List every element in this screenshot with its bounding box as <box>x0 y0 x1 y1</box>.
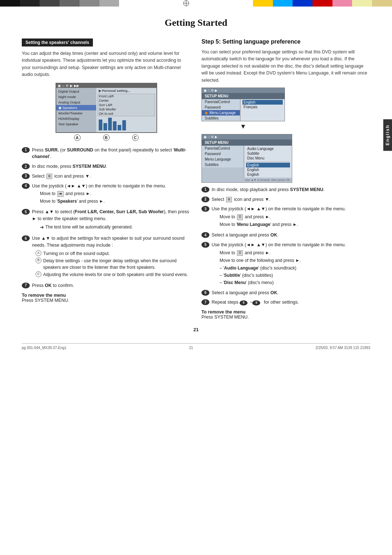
abc-labels: A B C <box>56 133 157 142</box>
right-step-1: 1 In disc mode, stop playback and press … <box>201 186 370 193</box>
page-number-center: 21 <box>22 327 370 332</box>
lang-menu-password: Password <box>202 105 240 110</box>
right-steps-list: 1 In disc mode, stop playback and press … <box>201 186 370 306</box>
right-column: Step 5: Setting language preference You … <box>201 39 370 320</box>
right-step-num-1: 1 <box>201 187 209 193</box>
icon-k: ⏮ <box>57 191 64 197</box>
left-to-remove-heading: To remove the menu <box>22 293 66 298</box>
spk-menu-test: Test Speaker <box>56 121 96 127</box>
lang-sub-francais: Français <box>242 105 283 109</box>
spk-level-bars <box>98 117 155 131</box>
right-step-3-indent1: Move to ☰ and press ►. <box>220 214 370 220</box>
bottom-center-text: 21 <box>189 346 193 350</box>
right-to-remove: To remove the menu Press SYSTEM MENU. <box>201 309 370 320</box>
label-a: A <box>74 134 81 141</box>
lang-menu-subtitles: Subtitles <box>202 116 240 121</box>
left-step-2: 2 In disc mode, press SYSTEM MENU. <box>22 163 191 170</box>
icon-setup: ⚙ <box>46 174 52 179</box>
left-step-4: 4 Use the joystick (◄► ▲▼) on the remote… <box>22 183 191 206</box>
left-step-5-note: ➜ The test tone will be automatically ge… <box>40 224 191 231</box>
right-step-7: 7 Repeat steps 5~6 for other settings. <box>201 299 370 306</box>
icon-setup-r: ⚙ <box>226 197 232 203</box>
right-step-heading: Step 5: Setting language preference <box>201 39 370 45</box>
lang-bot-subtitle-label: Subtitle <box>246 151 290 156</box>
spk-sub-ok: OK to exit <box>98 112 155 116</box>
arrow-down: ▼ <box>201 123 285 130</box>
left-step-num-2: 2 <box>22 163 30 169</box>
spk-screen-header: ▣□⚙▶▶▶ <box>56 84 156 88</box>
top-color-bar <box>0 0 392 7</box>
right-step-ref-5: 5 <box>240 300 248 305</box>
lang-val-discmenu: English <box>246 172 290 177</box>
icon-setup-r2: ☰ <box>237 214 243 220</box>
left-step-7: 7 Press OK to confirm. <box>22 282 191 289</box>
spk-menu-digital: Digital Output <box>56 89 96 94</box>
spk-sub-subwoofer: Sub Woofer <box>98 107 155 112</box>
lang-bot-discmenu-label: Disc Menu <box>246 156 290 161</box>
left-step-5: 5 Press ▲▼ to select (Front L&R, Center,… <box>22 208 191 232</box>
sub-step-c: CAdjusting the volume levels for one or … <box>36 271 191 278</box>
lang-val-audio: English <box>246 163 290 167</box>
left-section-heading: Setting the speakers' channels <box>22 39 93 46</box>
left-steps-list: 1 Press SURR. (or SURROUND on the front … <box>22 147 191 289</box>
page-title: Getting Started <box>22 17 370 28</box>
left-column: Setting the speakers' channels You can a… <box>22 39 191 320</box>
bottom-left-text: pg 001-044_MX39-37-Eng1 <box>22 346 66 350</box>
lang-menu-language: ◉Menu Language <box>202 110 240 116</box>
right-step-5-indent2: Move to one of the following and press ►… <box>220 257 370 264</box>
right-body-text: You can select your preferred language s… <box>201 49 370 84</box>
lang-screen-footer: Use ▲▼ to browse, then press OK <box>202 178 292 182</box>
spk-menu-hdmi: HDMI/Display <box>56 116 96 121</box>
left-step-num-1: 1 <box>22 147 30 153</box>
lang-menu2-password: Password <box>202 151 244 157</box>
english-tab: English <box>383 119 392 151</box>
spk-menu-woofer: Woofer/Tweeter <box>56 110 96 116</box>
right-step-3: 3 Use the joystick (◄► ▲▼) on the remote… <box>201 206 370 229</box>
left-step-num-4: 4 <box>22 183 30 189</box>
spk-sub-center: Center <box>98 98 155 103</box>
speaker-screen: ▣□⚙▶▶▶ Digital Output Night mode Analog … <box>56 83 157 142</box>
lang-menu2-subtitles: Subtitles <box>202 162 244 167</box>
left-step-4-indent1: Move to ⏮ and press ►. <box>40 190 191 197</box>
left-to-remove: To remove the menu Press SYSTEM MENU. <box>22 293 191 303</box>
right-step-num-3: 3 <box>201 206 209 212</box>
spk-menu-night: Night mode <box>56 94 96 100</box>
left-body-text: You can adjust the delay times (center a… <box>22 50 191 78</box>
bottom-bar: pg 001-044_MX39-37-Eng1 21 2/25/03, 9:57… <box>22 343 370 350</box>
right-step-6: 6 Select a language and press OK. <box>201 289 370 296</box>
right-to-remove-text: Press SYSTEM MENU. <box>201 315 249 320</box>
left-step-num-3: 3 <box>22 173 30 179</box>
right-to-remove-heading: To remove the menu <box>201 309 245 315</box>
left-step-3: 3 Select ⚙ icon and press ▼. <box>22 173 191 180</box>
spk-sub-surrlr: Surr L&R <box>98 103 155 107</box>
spk-menu-speakers: ◉ Speakers <box>56 105 96 110</box>
bottom-right-text: 2/25/03, 9:57 AM 3139 115 21993 <box>315 346 370 350</box>
right-step-5-indent1: Move to ☰ and press ►. <box>220 250 370 256</box>
left-step-4-indent2: Move to 'Speakers' and press ►. <box>40 198 191 204</box>
lang-screen: ▣□⚙▶ SETUP MENU ParentalControl Password… <box>201 88 285 183</box>
sub-step-b: BDelay time settings - use the longer de… <box>36 258 191 271</box>
spk-menu-analog: Analog Output <box>56 100 96 105</box>
lang-setup-title2: SETUP MENU <box>202 139 292 146</box>
lang-menu2-language: Menu Language <box>202 157 244 162</box>
spk-panel-title: ▶ Personal setting... <box>98 89 155 93</box>
lang-menu-parental: ParentalControl <box>202 99 240 105</box>
lang-val-subtitle: English <box>246 167 290 172</box>
lang-sub-english: English <box>242 100 283 105</box>
right-step-num-6: 6 <box>201 290 209 296</box>
dash-item-audio: 'Audio Language' (disc's soundtrack) <box>220 265 370 271</box>
lang-screen-header-bot: ▣□⚙▶ <box>202 134 292 139</box>
left-to-remove-text: Press SYSTEM MENU. <box>22 298 69 303</box>
lang-setup-title: SETUP MENU <box>202 93 285 99</box>
left-step-num-7: 7 <box>22 283 30 288</box>
lang-bot-audio-label: Audio Language <box>246 146 290 151</box>
sub-steps-6: ATurning on or off the sound output. BDe… <box>36 250 191 278</box>
right-step-2: 2 Select ⚙ icon and press ▼. <box>201 196 370 203</box>
lang-menu2-parental: ParentalControl <box>202 146 244 151</box>
label-c: C <box>132 134 139 141</box>
lang-screen-header-top: ▣□⚙▶ <box>202 88 285 93</box>
icon-setup-r3: ☰ <box>237 250 243 256</box>
right-step-5: 5 Use the joystick (◄► ▲▼) on the remote… <box>201 242 370 287</box>
left-step-num-6: 6 <box>22 235 30 241</box>
right-step-num-4: 4 <box>201 232 209 238</box>
